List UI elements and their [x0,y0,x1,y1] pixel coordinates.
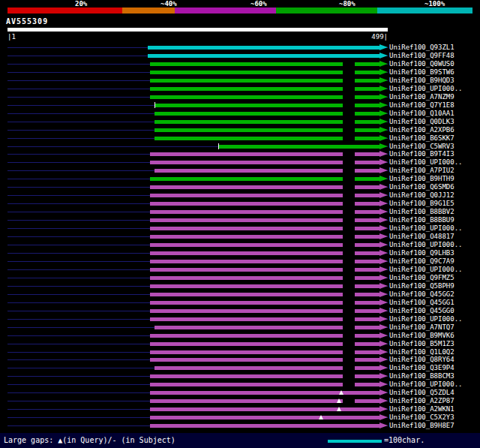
subject-label[interactable]: UniRef100_B8BCM3 [389,372,454,380]
alignment-bar[interactable] [150,391,380,395]
subject-label[interactable]: UniRef100_O48817 [389,233,454,241]
alignment-arrowhead [380,356,388,362]
alignment-arrowhead [380,422,388,428]
alignment-arrowhead [380,373,388,379]
alignment-gap [343,301,355,305]
subject-label[interactable]: UniRef100_B9MVK6 [389,332,454,340]
alignment-row: UniRef100_UPI000.. [0,85,480,93]
alignment-arrowhead [380,44,388,50]
subject-label[interactable]: UniRef100_Q9LHB3 [389,249,454,257]
alignment-row: UniRef100_B8BCM3 [0,372,480,380]
subject-label[interactable]: UniRef100_Q93ZL1 [389,44,454,52]
subject-label[interactable]: UniRef100_Q45GG2 [389,290,454,299]
alignment-bar[interactable] [150,407,380,411]
alignment-arrowhead [380,61,388,67]
subject-label[interactable]: UniRef100_Q10AA1 [389,110,454,118]
subject-label[interactable]: UniRef100_UPI000.. [389,85,463,93]
alignment-row: UniRef100_B9MVK6 [0,332,480,340]
subject-label[interactable]: UniRef100_C5WRV3 [389,143,454,151]
alignment-gap [343,120,355,124]
subject-label[interactable]: UniRef100_UPI000.. [389,266,463,274]
subject-label[interactable]: UniRef100_B9H8E7 [389,422,454,430]
alignment-arrowhead [380,167,388,173]
alignment-bar[interactable] [148,46,380,50]
alignment-arrowhead [380,291,388,297]
subject-label[interactable]: UniRef100_Q45GG1 [389,299,454,307]
subject-label[interactable]: UniRef100_UPI000.. [389,241,463,249]
subject-label[interactable]: UniRef100_Q0WUS0 [389,60,454,68]
scale-legend-label: =100char. [384,436,424,444]
alignment-arrowhead [380,341,388,347]
subject-label[interactable]: UniRef100_B9HTH9 [389,175,454,183]
alignment-gap [343,342,355,346]
footer-bar: Large gaps: ▲(in Query)/- (in Subject) =… [0,433,480,448]
alignment-row: UniRef100_Q9FMZ5 [0,274,480,282]
alignment-bar[interactable] [150,424,380,428]
subject-label[interactable]: UniRef100_UPI000.. [389,315,463,323]
alignment-arrowhead [380,233,388,239]
alignment-arrowhead [380,77,388,83]
alignment-arrowhead [380,283,388,289]
alignment-gap [343,104,355,107]
subject-label[interactable]: UniRef100_B8BBU9 [389,216,454,224]
subject-label[interactable]: UniRef100_Q8RY64 [389,356,454,364]
subject-label[interactable]: UniRef100_Q0JJ12 [389,191,454,200]
subject-label[interactable]: UniRef100_B5M1Z3 [389,340,454,348]
alignment-gap [343,79,355,83]
subject-label[interactable]: UniRef100_A2WKN1 [389,405,454,413]
alignment-row: UniRef100_Q5BPH9 [0,282,480,290]
large-gaps-note: Large gaps: ▲(in Query)/- (in Subject) [4,436,176,444]
alignment-arrowhead [380,69,388,75]
subject-label[interactable]: UniRef100_Q7Y1E8 [389,101,454,110]
subject-label[interactable]: UniRef100_A7NTQ7 [389,323,454,332]
alignment-row: UniRef100_UPI000.. [0,380,480,389]
subject-label[interactable]: UniRef100_Q9FF48 [389,52,454,60]
alignment-gap [343,334,355,338]
alignment-row: UniRef100_A7PIU2 [0,167,480,175]
subject-label[interactable]: UniRef100_Q9FMZ5 [389,274,454,282]
alignment-row: UniRef100_O48817 [0,233,480,241]
subject-label[interactable]: UniRef100_Q0DLK3 [389,118,454,126]
alignment-row: UniRef100_Q45GG1 [0,299,480,307]
subject-label[interactable]: UniRef100_B9STW6 [389,68,454,77]
alignment-bar[interactable] [218,145,380,149]
alignment-row: UniRef100_Q10AA1 [0,110,480,118]
alignment-bar[interactable] [148,54,380,58]
subject-label[interactable]: UniRef100_B6SKK7 [389,134,454,143]
alignment-arrowhead [380,209,388,215]
alignment-arrowhead [380,242,388,248]
alignment-row: UniRef100_B9HQD3 [0,77,480,85]
subject-label[interactable]: UniRef100_B8BBV2 [389,208,454,216]
subject-label[interactable]: UniRef100_C5X2Y3 [389,413,454,422]
subject-label[interactable]: UniRef100_A2XPB6 [389,126,454,134]
alignment-gap [343,95,355,99]
alignment-arrowhead [380,176,388,182]
subject-label[interactable]: UniRef100_B9T4I3 [389,150,454,158]
subject-label[interactable]: UniRef100_Q9C7A9 [389,257,454,266]
alignment-bar[interactable] [150,416,380,419]
alignment-row: UniRef100_B8BBV2 [0,208,480,216]
alignment-arrowhead [380,217,388,223]
subject-label[interactable]: UniRef100_UPI000.. [389,380,463,389]
subject-label[interactable]: UniRef100_Q45GG0 [389,307,454,315]
alignment-row: UniRef100_B9T4I3 [0,150,480,158]
subject-label[interactable]: UniRef100_UPI000.. [389,224,463,233]
subject-label[interactable]: UniRef100_Q3E9P4 [389,364,454,372]
subject-label[interactable]: UniRef100_UPI000.. [389,158,463,167]
alignment-gap [343,383,355,386]
alignment-gap [343,358,355,362]
subject-label[interactable]: UniRef100_A2ZP87 [389,397,454,405]
gap-tick [154,102,155,108]
alignment-arrowhead [380,127,388,133]
subject-label[interactable]: UniRef100_Q5BPH9 [389,282,454,290]
alignment-row: UniRef100_UPI000.. [0,224,480,233]
subject-label[interactable]: UniRef100_B9G1E5 [389,200,454,208]
alignment-row: UniRef100_C5WRV3 [0,143,480,151]
subject-label[interactable]: UniRef100_Q1L0Q2 [389,348,454,356]
subject-label[interactable]: UniRef100_Q6SMD6 [389,183,454,191]
subject-label[interactable]: UniRef100_A7NZM9 [389,93,454,101]
subject-label[interactable]: UniRef100_Q5ZDL4 [389,389,454,397]
subject-label[interactable]: UniRef100_B9HQD3 [389,77,454,85]
subject-label[interactable]: UniRef100_A7PIU2 [389,167,454,175]
alignment-arrowhead [380,349,388,355]
